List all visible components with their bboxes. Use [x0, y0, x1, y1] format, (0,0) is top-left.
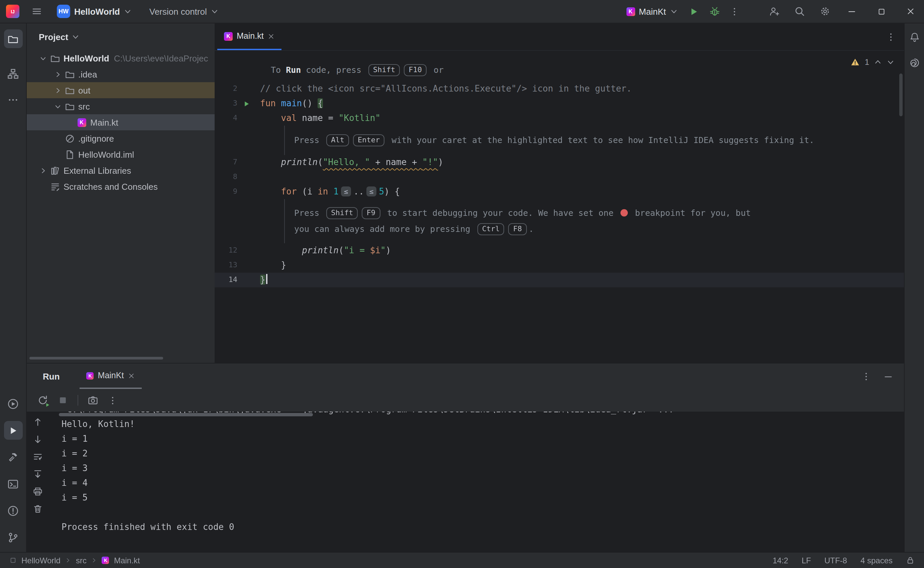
breadcrumb-src[interactable]: src — [76, 556, 86, 565]
run-tool-window-title: Run — [43, 371, 60, 381]
run-tab-label: MainKt — [98, 371, 124, 380]
project-widget[interactable]: HW HelloWorld — [57, 5, 132, 18]
breadcrumb-project[interactable]: HelloWorld — [21, 556, 60, 565]
file-icon — [63, 150, 76, 159]
code-line: 13 } — [215, 258, 904, 273]
chevron-collapsed-icon[interactable] — [38, 167, 48, 174]
line-number: 12 — [215, 243, 237, 258]
line-number: 7 — [215, 155, 237, 170]
run-console[interactable]: "C:\Program Files\Java\jdk-17\bin\java.e… — [27, 412, 904, 552]
close-icon[interactable] — [268, 32, 275, 40]
thread-dump-icon[interactable] — [88, 395, 98, 406]
tree-item-external-libraries[interactable]: External Libraries — [27, 162, 215, 178]
services-tool-icon[interactable] — [4, 394, 23, 413]
chevron-up-icon[interactable] — [874, 58, 882, 66]
tree-item-scratches[interactable]: Scratches and Consoles — [27, 178, 215, 195]
chevron-down-icon — [211, 8, 219, 15]
inspections-widget[interactable]: 1 — [851, 57, 895, 67]
console-line: i = 4 — [62, 476, 904, 491]
problems-tool-icon[interactable] — [4, 501, 23, 520]
indent-widget[interactable]: 4 spaces — [860, 556, 892, 565]
tree-item-mainkt[interactable]: Main.kt — [27, 114, 215, 130]
key-f8: F8 — [508, 223, 527, 235]
vcs-widget[interactable]: Version control — [150, 6, 219, 17]
debug-button[interactable] — [709, 6, 720, 17]
run-tab-mainkt[interactable]: MainKt — [80, 364, 142, 389]
tree-item-gitignore[interactable]: .gitignore — [27, 130, 215, 147]
key-enter: Enter — [353, 134, 384, 147]
next-occurrence-icon[interactable] — [33, 434, 43, 444]
tree-item-src[interactable]: src — [27, 98, 215, 114]
warning-count: 1 — [865, 57, 869, 67]
kotlin-icon — [626, 7, 635, 16]
soft-wrap-icon[interactable] — [33, 452, 43, 462]
chevron-expanded-icon[interactable] — [52, 103, 63, 110]
weak-warning-highlight: "Hello, " + name + "!" — [323, 157, 438, 167]
tree-item-iml[interactable]: HelloWorld.iml — [27, 147, 215, 162]
run-tool-icon[interactable] — [4, 421, 23, 440]
search-everywhere-icon[interactable] — [794, 6, 805, 17]
tree-item-path: C:\Users\eve\IdeaProjec — [114, 53, 208, 63]
scroll-to-end-icon[interactable] — [33, 469, 43, 479]
key-f9: F9 — [362, 207, 380, 219]
tab-mainkt[interactable]: Main.kt — [217, 23, 282, 50]
line-separator-widget[interactable]: LF — [802, 556, 811, 565]
version-control-tool-icon[interactable] — [4, 528, 23, 547]
hide-tool-window-icon[interactable] — [883, 371, 893, 381]
editor-vertical-scrollbar[interactable] — [899, 74, 903, 116]
prev-occurrence-icon[interactable] — [33, 417, 43, 427]
key-shift: Shift — [368, 64, 400, 76]
chevron-collapsed-icon[interactable] — [52, 71, 63, 78]
run-button[interactable] — [689, 6, 699, 17]
run-configuration-widget[interactable]: MainKt — [626, 6, 678, 17]
project-tool-icon[interactable] — [4, 29, 23, 48]
readonly-lock-icon[interactable] — [906, 556, 915, 565]
project-panel-header[interactable]: Project — [27, 23, 215, 50]
chevron-expanded-icon[interactable] — [38, 54, 48, 62]
project-panel: Project HelloWorld C:\Users\eve\IdeaProj… — [27, 23, 215, 363]
text-caret — [266, 274, 268, 284]
main-menu-icon[interactable] — [32, 6, 42, 17]
structure-tool-icon[interactable] — [4, 64, 23, 83]
more-tool-windows-icon[interactable] — [4, 90, 23, 109]
code-with-me-icon[interactable] — [769, 6, 780, 17]
project-horizontal-scrollbar[interactable] — [29, 357, 163, 360]
chevron-down-icon[interactable] — [886, 58, 895, 66]
window-minimize-button[interactable] — [842, 7, 861, 16]
tab-options-icon[interactable] — [886, 32, 896, 42]
console-horizontal-scrollbar[interactable] — [59, 413, 313, 416]
tree-item-idea[interactable]: .idea — [27, 66, 215, 82]
more-actions-icon[interactable] — [729, 6, 740, 17]
run-options-icon[interactable] — [861, 371, 871, 381]
settings-gear-icon[interactable] — [820, 6, 830, 17]
caret-position-widget[interactable]: 14:2 — [773, 556, 788, 565]
print-icon[interactable] — [33, 486, 43, 497]
encoding-widget[interactable]: UTF-8 — [824, 556, 847, 565]
tree-item-label: HelloWorld — [64, 53, 109, 63]
warning-icon — [851, 57, 860, 67]
code-editor[interactable]: 1 To Run code, press ShiftF10 or 2 — [215, 51, 904, 363]
ai-assistant-icon[interactable] — [906, 55, 922, 71]
rerun-button[interactable] — [38, 395, 48, 406]
terminal-tool-icon[interactable] — [4, 474, 23, 493]
close-icon[interactable] — [128, 372, 135, 379]
key-alt: Alt — [326, 134, 349, 147]
window-maximize-button[interactable] — [872, 7, 891, 16]
run-gutter-icon[interactable] — [242, 100, 250, 107]
build-tool-icon[interactable] — [4, 448, 23, 467]
vcs-widget-label: Version control — [150, 6, 207, 17]
tree-item-out[interactable]: out — [27, 82, 215, 98]
key-ctrl: Ctrl — [477, 223, 504, 235]
tree-item-helloworld[interactable]: HelloWorld C:\Users\eve\IdeaProjec — [27, 50, 215, 66]
chevron-collapsed-icon[interactable] — [52, 86, 63, 94]
notifications-bell-icon[interactable] — [906, 29, 922, 45]
stop-button[interactable] — [57, 395, 68, 406]
project-widget-label: HelloWorld — [74, 6, 120, 17]
more-options-icon[interactable] — [107, 395, 118, 405]
editor-area: Main.kt 1 — [215, 23, 904, 363]
breadcrumb-file[interactable]: Main.kt — [114, 556, 140, 565]
window-close-button[interactable] — [901, 7, 920, 16]
clear-console-icon[interactable] — [33, 504, 43, 514]
breadcrumb: HelloWorld src Main.kt — [9, 556, 140, 565]
line-number: 9 — [215, 184, 237, 199]
